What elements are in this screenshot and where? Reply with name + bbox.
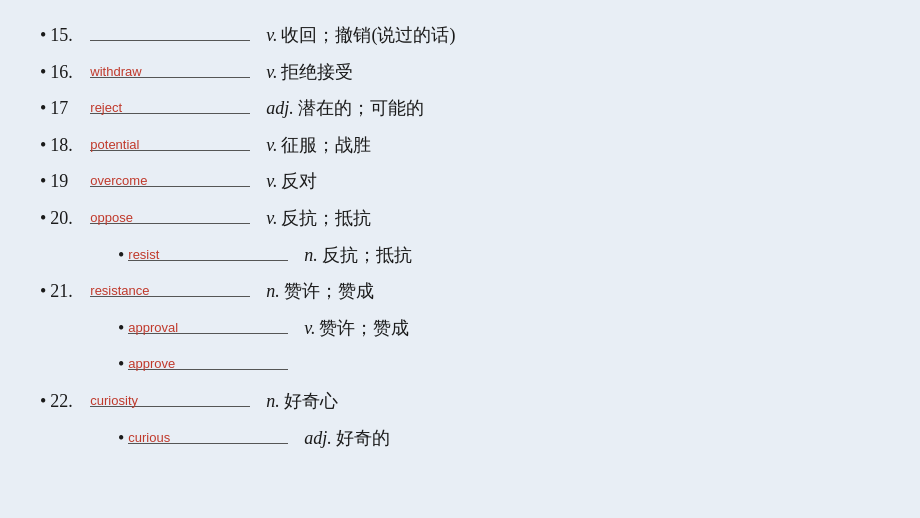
definition: adj.好奇的 [304, 423, 390, 454]
bullet: • [40, 57, 46, 88]
filled-word: overcome [90, 170, 147, 192]
list-item: • 16.withdrawv.拒绝接受 [40, 57, 880, 88]
word-slot: withdraw [90, 61, 250, 78]
list-item: • approvalv.赞许；赞成 [40, 313, 880, 344]
definition: v.收回；撤销(说过的话) [266, 20, 455, 51]
item-number: 17 [50, 93, 90, 124]
list-item: • resistn.反抗；抵抗 [40, 240, 880, 271]
word-slot: resistance [90, 280, 250, 297]
bullet: • [40, 130, 46, 161]
word-slot: oppose [90, 207, 250, 224]
filled-word: curious [128, 427, 170, 449]
word-slot: resist [128, 244, 288, 261]
filled-word: approval [128, 317, 178, 339]
bullet: • [118, 423, 124, 454]
bullet: • [40, 20, 46, 51]
list-item: • 21.resistancen.赞许；赞成 [40, 276, 880, 307]
part-of-speech: v. [304, 318, 315, 338]
word-slot: reject [90, 97, 250, 114]
filled-word: approve [128, 353, 175, 375]
item-number: 15. [50, 20, 90, 51]
list-item: • 20.opposev.反抗；抵抗 [40, 203, 880, 234]
bullet: • [118, 313, 124, 344]
filled-word: resist [128, 244, 159, 266]
definition: v.征服；战胜 [266, 130, 371, 161]
definition: v.反抗；抵抗 [266, 203, 371, 234]
item-number: 19 [50, 166, 90, 197]
list-item: • 15.v.收回；撤销(说过的话) [40, 20, 880, 51]
list-item: • 17rejectadj.潜在的；可能的 [40, 93, 880, 124]
part-of-speech: adj. [304, 428, 332, 448]
list-item: • curiousadj.好奇的 [40, 423, 880, 454]
definition: v.拒绝接受 [266, 57, 353, 88]
word-slot: curious [128, 427, 288, 444]
list-item: • 22.curiosityn.好奇心 [40, 386, 880, 417]
filled-word: withdraw [90, 61, 141, 83]
word-slot [90, 24, 250, 41]
part-of-speech: adj. [266, 98, 294, 118]
item-number: 22. [50, 386, 90, 417]
list-item: • approve [40, 349, 880, 380]
vocabulary-list: • 15.v.收回；撤销(说过的话)• 16.withdrawv.拒绝接受• 1… [40, 20, 880, 453]
item-number: 21. [50, 276, 90, 307]
definition: n.赞许；赞成 [266, 276, 374, 307]
word-slot: curiosity [90, 390, 250, 407]
part-of-speech: v. [266, 62, 277, 82]
bullet: • [40, 203, 46, 234]
definition: n.好奇心 [266, 386, 338, 417]
part-of-speech: n. [266, 391, 280, 411]
part-of-speech: v. [266, 135, 277, 155]
bullet: • [118, 349, 124, 380]
word-underline [90, 40, 250, 41]
word-slot: approve [128, 353, 288, 370]
definition: adj.潜在的；可能的 [266, 93, 424, 124]
definition: v.赞许；赞成 [304, 313, 409, 344]
filled-word: reject [90, 97, 122, 119]
part-of-speech: n. [266, 281, 280, 301]
part-of-speech: v. [266, 208, 277, 228]
bullet: • [40, 386, 46, 417]
item-number: 16. [50, 57, 90, 88]
word-slot: potential [90, 134, 250, 151]
part-of-speech: n. [304, 245, 318, 265]
item-number: 20. [50, 203, 90, 234]
list-item: • 18.potentialv.征服；战胜 [40, 130, 880, 161]
word-slot: overcome [90, 170, 250, 187]
filled-word: curiosity [90, 390, 138, 412]
filled-word: resistance [90, 280, 149, 302]
filled-word: potential [90, 134, 139, 156]
bullet: • [40, 93, 46, 124]
part-of-speech: v. [266, 171, 277, 191]
bullet: • [118, 240, 124, 271]
bullet: • [40, 166, 46, 197]
word-slot: approval [128, 317, 288, 334]
list-item: • 19overcomev.反对 [40, 166, 880, 197]
item-number: 18. [50, 130, 90, 161]
definition: n.反抗；抵抗 [304, 240, 412, 271]
bullet: • [40, 276, 46, 307]
filled-word: oppose [90, 207, 133, 229]
part-of-speech: v. [266, 25, 277, 45]
definition: v.反对 [266, 166, 317, 197]
